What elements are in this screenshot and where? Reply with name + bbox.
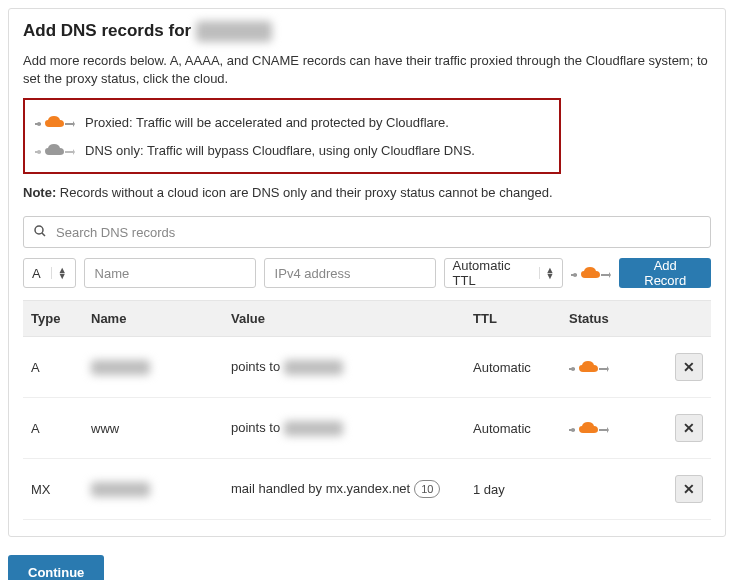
- svg-point-1: [37, 122, 41, 126]
- search-box[interactable]: [23, 216, 711, 248]
- priority-badge: 10: [414, 480, 440, 498]
- th-name: Name: [83, 301, 223, 337]
- search-icon: [34, 225, 46, 240]
- description-text: Add more records below. A, AAAA, and CNA…: [23, 52, 711, 88]
- table-row: MX██████mail handled by mx.yandex.net101…: [23, 459, 711, 520]
- records-table: Type Name Value TTL Status A██████points…: [23, 300, 711, 520]
- close-icon: ✕: [683, 481, 695, 497]
- th-actions: [667, 301, 711, 337]
- add-record-controls: A ▲▼ Automatic TTL ▲▼ Add Record: [23, 258, 711, 288]
- continue-button[interactable]: Continue: [8, 555, 104, 580]
- svg-point-15: [571, 367, 575, 371]
- cell-name[interactable]: ██████: [83, 337, 223, 398]
- note: Note: Records without a cloud icon are D…: [23, 184, 711, 202]
- dns-panel: Add DNS records for ██████ Add more reco…: [8, 8, 726, 537]
- cell-name[interactable]: ██████: [83, 459, 223, 520]
- note-label: Note:: [23, 185, 56, 200]
- cloud-proxied-icon[interactable]: [569, 357, 659, 377]
- ttl-select[interactable]: Automatic TTL ▲▼: [444, 258, 564, 288]
- cell-type[interactable]: A: [23, 337, 83, 398]
- close-icon: ✕: [683, 359, 695, 375]
- svg-marker-7: [73, 149, 75, 155]
- title-prefix: Add DNS records for: [23, 21, 196, 40]
- svg-marker-3: [73, 121, 75, 127]
- legend-proxied-row: Proxied: Traffic will be accelerated and…: [35, 108, 549, 136]
- proxy-toggle-icon[interactable]: [571, 263, 611, 283]
- type-select[interactable]: A ▲▼: [23, 258, 76, 288]
- cell-ttl[interactable]: Automatic: [465, 337, 561, 398]
- svg-line-9: [42, 233, 45, 236]
- type-select-value: A: [32, 266, 41, 281]
- th-ttl: TTL: [465, 301, 561, 337]
- svg-point-19: [571, 428, 575, 432]
- delete-button[interactable]: ✕: [675, 353, 703, 381]
- value-input[interactable]: [264, 258, 436, 288]
- svg-marker-21: [607, 427, 609, 433]
- search-input[interactable]: [54, 224, 700, 241]
- cloud-dns-only-icon: [35, 140, 75, 160]
- delete-button[interactable]: ✕: [675, 414, 703, 442]
- cloud-proxied-icon: [35, 112, 75, 132]
- cell-status[interactable]: [561, 398, 667, 459]
- th-value: Value: [223, 301, 465, 337]
- cell-type[interactable]: A: [23, 398, 83, 459]
- th-type: Type: [23, 301, 83, 337]
- cell-actions: ✕: [667, 398, 711, 459]
- cell-actions: ✕: [667, 337, 711, 398]
- add-record-button[interactable]: Add Record: [619, 258, 711, 288]
- proxy-legend: Proxied: Traffic will be accelerated and…: [23, 98, 561, 174]
- delete-button[interactable]: ✕: [675, 475, 703, 503]
- cell-value[interactable]: mail handled by mx.yandex.net10: [223, 459, 465, 520]
- legend-dns-only-row: DNS only: Traffic will bypass Cloudflare…: [35, 136, 549, 164]
- name-input[interactable]: [84, 258, 256, 288]
- page-title: Add DNS records for ██████: [23, 21, 711, 42]
- table-row: A██████points to ██████Automatic✕: [23, 337, 711, 398]
- cell-type[interactable]: MX: [23, 459, 83, 520]
- svg-marker-17: [607, 366, 609, 372]
- table-row: Awwwpoints to ██████Automatic✕: [23, 398, 711, 459]
- cell-ttl[interactable]: Automatic: [465, 398, 561, 459]
- cell-actions: ✕: [667, 459, 711, 520]
- table-header-row: Type Name Value TTL Status: [23, 301, 711, 337]
- svg-point-8: [35, 226, 43, 234]
- stepper-icon: ▲▼: [539, 267, 555, 279]
- cell-ttl[interactable]: 1 day: [465, 459, 561, 520]
- th-status: Status: [561, 301, 667, 337]
- title-domain-redacted: ██████: [196, 21, 272, 41]
- ttl-select-value: Automatic TTL: [453, 258, 529, 288]
- cell-value[interactable]: points to ██████: [223, 398, 465, 459]
- svg-point-11: [573, 273, 577, 277]
- cell-name[interactable]: www: [83, 398, 223, 459]
- cell-status[interactable]: [561, 337, 667, 398]
- cell-value[interactable]: points to ██████: [223, 337, 465, 398]
- legend-proxied-text: Proxied: Traffic will be accelerated and…: [85, 115, 449, 130]
- cell-status: [561, 459, 667, 520]
- close-icon: ✕: [683, 420, 695, 436]
- svg-marker-13: [609, 272, 611, 278]
- note-text: Records without a cloud icon are DNS onl…: [56, 185, 552, 200]
- legend-dns-only-text: DNS only: Traffic will bypass Cloudflare…: [85, 143, 475, 158]
- stepper-icon: ▲▼: [51, 267, 67, 279]
- cloud-proxied-icon[interactable]: [569, 418, 659, 438]
- svg-point-5: [37, 150, 41, 154]
